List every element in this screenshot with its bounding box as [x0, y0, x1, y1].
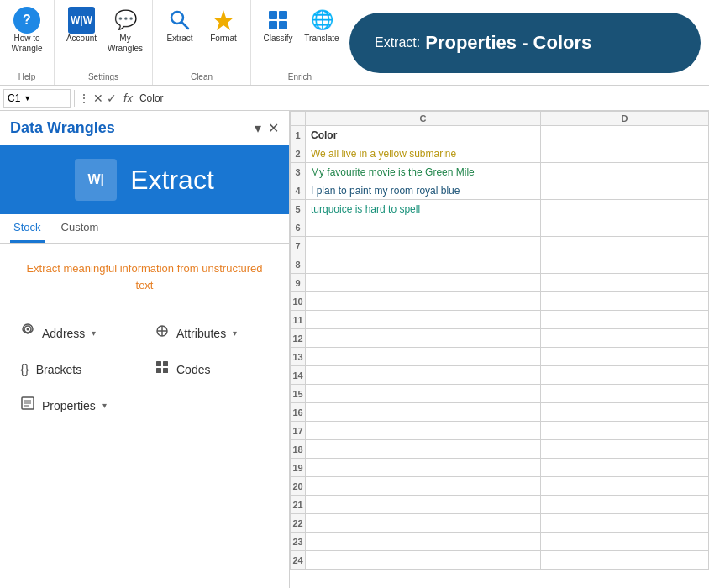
row-number[interactable]: 10	[291, 292, 306, 311]
col-header-d[interactable]: D	[541, 112, 709, 126]
cell[interactable]	[541, 366, 709, 385]
row-number[interactable]: 23	[291, 533, 306, 551]
cell[interactable]	[306, 255, 541, 274]
row-number[interactable]: 9	[291, 274, 306, 292]
row-number[interactable]: 18	[291, 440, 306, 459]
row-number[interactable]: 3	[291, 163, 306, 181]
row-number[interactable]: 1	[291, 126, 306, 144]
classify-icon	[265, 7, 291, 34]
cell[interactable]	[541, 311, 709, 329]
cell-ref-dropdown[interactable]: ▼	[24, 94, 31, 102]
table-row: 8	[291, 255, 709, 274]
cell[interactable]	[306, 477, 541, 496]
row-number[interactable]: 6	[291, 218, 306, 237]
sidebar-close-button[interactable]: ✕	[268, 120, 279, 136]
row-number[interactable]: 5	[291, 200, 306, 218]
row-number[interactable]: 21	[291, 496, 306, 514]
cell[interactable]: turquoice is hard to spell	[306, 200, 541, 218]
cell[interactable]	[541, 274, 709, 292]
row-number[interactable]: 2	[291, 144, 306, 163]
table-row: 14	[291, 366, 709, 385]
extract-banner-title: Extract	[130, 165, 214, 196]
classify-button[interactable]: Classify	[258, 3, 298, 47]
row-number[interactable]: 8	[291, 255, 306, 274]
cell[interactable]	[306, 237, 541, 255]
cell[interactable]	[541, 514, 709, 533]
row-number[interactable]: 16	[291, 403, 306, 422]
formula-options-icon[interactable]: ⋮	[78, 92, 90, 105]
how-to-wrangle-button[interactable]: ? How to Wrangle	[7, 3, 47, 57]
formula-cancel-icon[interactable]: ✕	[93, 92, 103, 105]
formula-confirm-icon[interactable]: ✓	[107, 92, 117, 105]
cell[interactable]	[541, 551, 709, 570]
cell[interactable]	[541, 292, 709, 311]
cell[interactable]	[306, 459, 541, 477]
cell[interactable]	[541, 218, 709, 237]
row-number[interactable]: 12	[291, 329, 306, 348]
cell[interactable]	[541, 422, 709, 440]
cell[interactable]: Color	[306, 126, 541, 144]
cell[interactable]	[306, 551, 541, 570]
cell[interactable]	[541, 163, 709, 181]
row-number[interactable]: 22	[291, 514, 306, 533]
format-button[interactable]: Format	[203, 3, 244, 47]
cell[interactable]	[306, 496, 541, 514]
cell[interactable]	[541, 237, 709, 255]
my-wrangles-button[interactable]: 💬 My Wrangles	[105, 3, 145, 57]
cell[interactable]: I plan to paint my room royal blue	[306, 181, 541, 200]
settings-group-label: Settings	[55, 72, 152, 81]
row-number[interactable]: 11	[291, 311, 306, 329]
cell[interactable]	[306, 292, 541, 311]
sidebar-minimize-button[interactable]: ▾	[255, 120, 261, 136]
row-number[interactable]: 19	[291, 459, 306, 477]
cell[interactable]	[541, 459, 709, 477]
cell[interactable]	[541, 200, 709, 218]
cell[interactable]	[306, 348, 541, 366]
cell[interactable]	[306, 274, 541, 292]
cell[interactable]	[306, 329, 541, 348]
cell[interactable]	[306, 403, 541, 422]
cell[interactable]	[306, 366, 541, 385]
row-number[interactable]: 13	[291, 348, 306, 366]
brackets-item[interactable]: {} Brackets	[20, 362, 134, 377]
cell[interactable]	[541, 496, 709, 514]
cell[interactable]	[541, 181, 709, 200]
cell[interactable]	[541, 440, 709, 459]
tab-custom[interactable]: Custom	[58, 214, 102, 243]
cell[interactable]	[306, 385, 541, 403]
tab-stock[interactable]: Stock	[10, 214, 45, 243]
row-number[interactable]: 14	[291, 366, 306, 385]
attributes-item[interactable]: Attributes ▾	[155, 323, 269, 343]
codes-item[interactable]: Codes	[155, 360, 269, 379]
account-button[interactable]: W|W Account	[61, 3, 102, 57]
cell[interactable]	[541, 144, 709, 163]
cell[interactable]	[306, 422, 541, 440]
cell[interactable]	[541, 126, 709, 144]
row-number[interactable]: 15	[291, 385, 306, 403]
cell[interactable]	[541, 329, 709, 348]
cell-reference[interactable]: C1 ▼	[3, 89, 71, 108]
row-number[interactable]: 4	[291, 181, 306, 200]
cell[interactable]	[306, 514, 541, 533]
properties-item[interactable]: Properties ▾	[20, 396, 107, 415]
cell[interactable]	[306, 440, 541, 459]
cell[interactable]	[541, 477, 709, 496]
cell[interactable]	[306, 218, 541, 237]
cell[interactable]	[541, 403, 709, 422]
row-number[interactable]: 20	[291, 477, 306, 496]
cell[interactable]	[541, 348, 709, 366]
cell[interactable]	[541, 385, 709, 403]
translate-button[interactable]: 🌐 Translate	[302, 3, 342, 47]
cell[interactable]: We all live in a yellow submarine	[306, 144, 541, 163]
col-header-c[interactable]: C	[306, 112, 541, 126]
extract-button[interactable]: Extract	[160, 3, 200, 47]
cell[interactable]	[306, 311, 541, 329]
cell[interactable]	[541, 255, 709, 274]
cell[interactable]: My favourite movie is the Green Mile	[306, 163, 541, 181]
cell[interactable]	[541, 533, 709, 551]
cell[interactable]	[306, 533, 541, 551]
row-number[interactable]: 24	[291, 551, 306, 570]
row-number[interactable]: 7	[291, 237, 306, 255]
address-item[interactable]: Address ▾	[20, 323, 134, 343]
row-number[interactable]: 17	[291, 422, 306, 440]
